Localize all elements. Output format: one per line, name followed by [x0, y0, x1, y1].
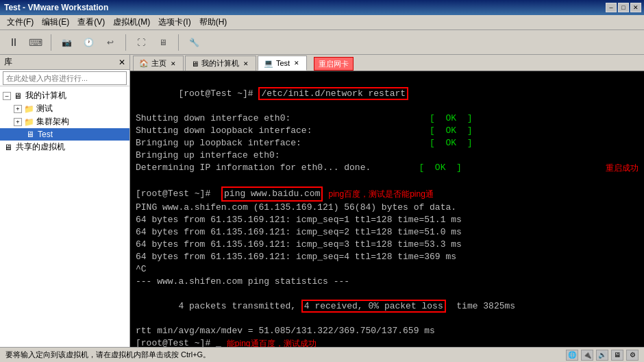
menu-view[interactable]: 查看(V): [73, 15, 109, 29]
tab-test-label: Test: [276, 59, 290, 67]
status-text: 要将输入定向到该虚拟机，请在虚拟机内部单击或按 Ctrl+G。: [5, 350, 210, 360]
audio-icon[interactable]: 🔊: [596, 350, 608, 361]
sidebar-item-shared[interactable]: 🖥 共享的虚拟机: [0, 141, 129, 154]
terminal[interactable]: [root@Test ~]# /etc/init.d/network resta…: [130, 71, 644, 347]
tree-label-test: 测试: [36, 103, 53, 114]
close-button[interactable]: ✕: [630, 3, 641, 12]
menu-tabs[interactable]: 选项卡(I): [154, 15, 195, 29]
cmd-ping: ping www.baidu.com: [221, 186, 323, 202]
pause-button[interactable]: ⏸: [4, 33, 23, 52]
toolbar-separator-3: [178, 34, 179, 51]
tab-home-label: 主页: [151, 58, 166, 69]
ok-1: [ OK ]: [430, 113, 472, 123]
terminal-line-4: Bringing up loopback interface: [ OK ]: [136, 137, 639, 149]
send-keys-button[interactable]: ⌨: [26, 33, 45, 52]
snapshot-manager-button[interactable]: 🕐: [79, 33, 98, 52]
tab-mycomputer-icon: 🖥: [191, 60, 199, 68]
cmd-network-restart: /etc/init.d/network restart: [258, 87, 408, 100]
menu-vm[interactable]: 虚拟机(M): [109, 15, 154, 29]
sidebar-close-button[interactable]: ✕: [119, 58, 125, 67]
tree-label-shared: 共享的虚拟机: [16, 141, 65, 153]
terminal-line-ping-header: PING www.a.shifen.com (61.135.169.121) 5…: [136, 202, 639, 214]
restore-button[interactable]: □: [618, 3, 629, 12]
fullscreen-button[interactable]: ⛶: [132, 33, 151, 52]
vm-icon: 🖥: [25, 129, 36, 140]
computer-icon: 🖥: [12, 90, 23, 101]
terminal-line-blank: [136, 174, 639, 186]
menubar: 文件(F) 编辑(E) 查看(V) 虚拟机(M) 选项卡(I) 帮助(H): [0, 15, 644, 30]
shared-icon: 🖥: [3, 142, 14, 153]
sidebar-header: 库 ✕: [0, 55, 129, 70]
ok-3: [ OK ]: [430, 138, 472, 148]
terminal-line-5: Bringing up interface eth0:: [136, 149, 639, 162]
window-controls: – □ ✕: [606, 3, 641, 12]
sidebar-search-area: [0, 70, 129, 86]
tab-mycomputer-label: 我的计算机: [201, 58, 239, 69]
ok-2: [ OK ]: [430, 125, 472, 136]
expand-icon[interactable]: –: [3, 92, 11, 100]
terminal-line-ping-1: 64 bytes from 61.135.169.121: icmp_seq=1…: [136, 214, 639, 226]
terminal-line-prompt: [root@Test ~]# _ 能ping通百度，测试成功: [136, 337, 639, 347]
toolbar-separator-1: [51, 34, 51, 51]
tab-test[interactable]: 💻 Test ✕: [258, 56, 307, 71]
content-area: 🏠 主页 ✕ 🖥 我的计算机 ✕ 💻 Test ✕ 重启网卡 [root@Tes…: [130, 55, 644, 347]
menu-help[interactable]: 帮助(H): [195, 15, 232, 29]
terminal-line-stats: 4 packets transmitted, 4 received, 0% pa…: [136, 288, 639, 325]
tab-home-icon: 🏠: [139, 59, 149, 68]
terminal-line-stats-header: --- www.a.shifen.com ping statistics ---: [136, 276, 639, 288]
expand-icon-test[interactable]: +: [14, 105, 22, 113]
menu-edit[interactable]: 编辑(E): [38, 15, 73, 29]
display-icon[interactable]: 🖥: [611, 350, 623, 361]
folder-icon-cluster: 📁: [23, 117, 34, 128]
usb-icon[interactable]: 🔌: [581, 350, 593, 361]
terminal-line-ping: [root@Test ~]# ping www.baidu.com ping百度…: [136, 186, 639, 202]
terminal-line-ping-2: 64 bytes from 61.135.169.121: icmp_seq=2…: [136, 226, 639, 239]
sidebar-item-mycomputer[interactable]: – 🖥 我的计算机: [0, 89, 129, 102]
terminal-line-rtt: rtt min/avg/max/mdev = 51.085/131.322/36…: [136, 325, 639, 337]
tab-mycomputer[interactable]: 🖥 我的计算机 ✕: [185, 56, 256, 71]
sidebar: 库 ✕ – 🖥 我的计算机 + 📁 测试 + 📁 集群架构: [0, 55, 130, 347]
menu-file[interactable]: 文件(F): [3, 15, 38, 29]
minimize-button[interactable]: –: [606, 3, 617, 12]
restart-nic-button[interactable]: 重启网卡: [314, 57, 354, 71]
sidebar-title: 库: [4, 56, 12, 68]
terminal-line-ping-3: 64 bytes from 61.135.169.121: icmp_seq=3…: [136, 239, 639, 251]
tree-label-cluster: 集群架构: [36, 116, 69, 128]
tab-test-close[interactable]: ✕: [293, 59, 301, 67]
terminal-line-3: Shutting down loopback interface: [ OK ]: [136, 125, 639, 137]
tree-label-test-vm: Test: [38, 130, 53, 139]
titlebar: Test - VMware Workstation – □ ✕: [0, 0, 644, 15]
comment-restart-success: 重启成功: [606, 162, 639, 174]
terminal-line-ping-4: 64 bytes from 61.135.169.121: icmp_seq=4…: [136, 251, 639, 263]
search-input[interactable]: [3, 71, 127, 85]
tab-home-close[interactable]: ✕: [169, 60, 177, 68]
toolbar-separator-2: [125, 34, 126, 51]
toolbar: ⏸ ⌨ 📷 🕐 ↩ ⛶ 🖥 🔧: [0, 30, 644, 55]
tree-label-mycomputer: 我的计算机: [25, 90, 66, 101]
terminal-line-6: Determining IP information for eth0... d…: [136, 162, 639, 174]
statusbar: 要将输入定向到该虚拟机，请在虚拟机内部单击或按 Ctrl+G。 🌐 🔌 🔊 🖥 …: [0, 347, 644, 362]
snapshot-button[interactable]: 📷: [57, 33, 76, 52]
terminal-line-2: Shutting down interface eth0: [ OK ]: [136, 112, 639, 125]
view-button[interactable]: 🖥: [153, 33, 173, 52]
tab-mycomputer-close[interactable]: ✕: [242, 60, 250, 68]
settings-icon[interactable]: ⚙: [626, 350, 639, 361]
sidebar-item-test-vm[interactable]: 🖥 Test: [0, 128, 129, 141]
folder-icon: 📁: [23, 104, 34, 114]
network-icon[interactable]: 🌐: [566, 350, 578, 361]
stats-highlight: 4 received, 0% packet loss: [301, 300, 446, 313]
terminal-line-ctrlc: ^C: [136, 263, 639, 276]
sidebar-item-cluster[interactable]: + 📁 集群架构: [0, 115, 129, 128]
tab-home[interactable]: 🏠 主页 ✕: [133, 56, 184, 71]
comment-success: 能ping通百度，测试成功: [227, 337, 317, 347]
main-layout: 库 ✕ – 🖥 我的计算机 + 📁 测试 + 📁 集群架构: [0, 55, 644, 347]
sidebar-tree: – 🖥 我的计算机 + 📁 测试 + 📁 集群架构 🖥 Test: [0, 86, 129, 347]
statusbar-right: 🌐 🔌 🔊 🖥 ⚙: [566, 350, 639, 361]
tools-button[interactable]: 🔧: [184, 33, 203, 52]
sidebar-item-test-folder[interactable]: + 📁 测试: [0, 102, 129, 115]
window-title: Test - VMware Workstation: [4, 3, 108, 12]
ok-4: [ OK ]: [419, 162, 461, 173]
snapshot-restore-button[interactable]: ↩: [101, 33, 120, 52]
expand-icon-cluster[interactable]: +: [14, 118, 22, 126]
comment-ping: ping百度，测试是否能ping通: [328, 188, 433, 200]
